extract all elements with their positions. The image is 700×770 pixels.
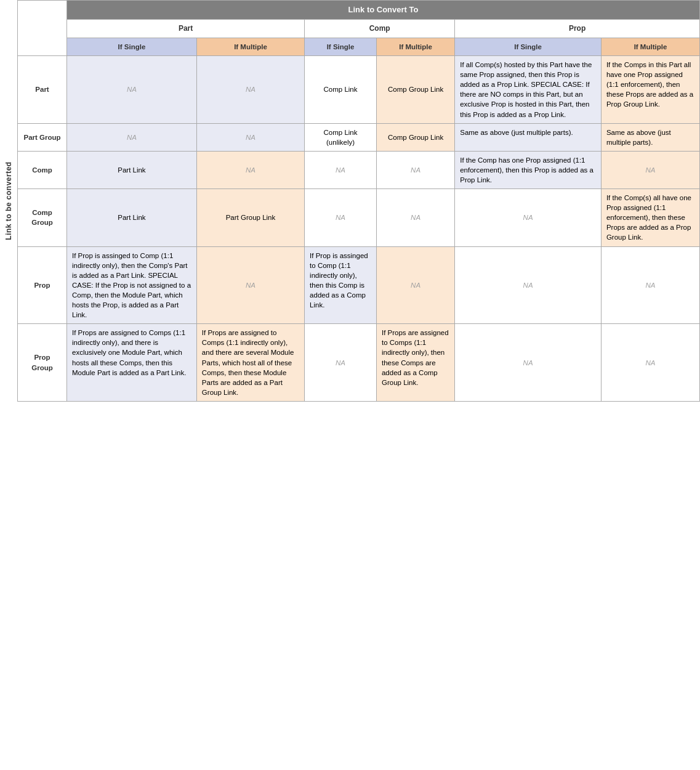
cell-prop-prop-multiple: NA	[601, 246, 699, 324]
cell-comp-part-multiple: NA	[196, 151, 304, 188]
cell-propgroup-comp-single: NA	[305, 324, 377, 402]
side-label: Link to be converted	[4, 161, 13, 240]
row-comp: Comp Part Link NA NA NA If the Comp has …	[18, 151, 700, 188]
cell-comp-part-single: Part Link	[67, 151, 197, 188]
cell-part-prop-single: If all Comp(s) hosted by this Part have …	[455, 56, 601, 124]
cell-partgroup-part-multiple: NA	[196, 123, 304, 151]
cell-compgroup-part-single: Part Link	[67, 189, 197, 246]
cell-partgroup-part-single: NA	[67, 123, 197, 151]
cell-compgroup-comp-single: NA	[305, 189, 377, 246]
main-table: Link to Convert To Part Comp Prop If Sin…	[17, 0, 700, 402]
cell-part-comp-multiple: Comp Group Link	[376, 56, 454, 124]
table-container: Link to Convert To Part Comp Prop If Sin…	[17, 0, 700, 402]
cell-propgroup-prop-multiple: NA	[601, 324, 699, 402]
col-comp-single: If Single	[305, 38, 377, 55]
col-comp-multiple: If Multiple	[376, 38, 454, 55]
cell-comp-prop-single: If the Comp has one Prop assigned (1:1 e…	[455, 151, 601, 188]
cell-compgroup-prop-single: NA	[455, 189, 601, 246]
cell-compgroup-comp-multiple: NA	[376, 189, 454, 246]
cell-part-prop-multiple: If the Comps in this Part all have one P…	[601, 56, 699, 124]
cell-comp-prop-multiple: NA	[601, 151, 699, 188]
row-label-part: Part	[18, 56, 67, 124]
corner-cell	[18, 1, 67, 56]
cell-partgroup-prop-multiple: Same as above (just multiple parts).	[601, 123, 699, 151]
row-label-comp-group: Comp Group	[18, 189, 67, 246]
row-prop: Prop If Prop is assinged to Comp (1:1 in…	[18, 246, 700, 324]
row-part-group: Part Group NA NA Comp Link (unlikely) Co…	[18, 123, 700, 151]
cell-comp-comp-multiple: NA	[376, 151, 454, 188]
cell-compgroup-part-multiple: Part Group Link	[196, 189, 304, 246]
cell-propgroup-comp-multiple: If Props are assigned to Comps (1:1 indi…	[376, 324, 454, 402]
col-part-multiple: If Multiple	[196, 38, 304, 55]
page-wrapper: Link to be converted Link to Convert To …	[0, 0, 700, 402]
cell-prop-part-multiple: NA	[196, 246, 304, 324]
cell-partgroup-comp-single: Comp Link (unlikely)	[305, 123, 377, 151]
cell-propgroup-prop-single: NA	[455, 324, 601, 402]
col-part-single: If Single	[67, 38, 197, 55]
row-comp-group: Comp Group Part Link Part Group Link NA …	[18, 189, 700, 246]
cell-prop-part-single: If Prop is assinged to Comp (1:1 indirec…	[67, 246, 197, 324]
cell-part-comp-single: Comp Link	[305, 56, 377, 124]
row-label-part-group: Part Group	[18, 123, 67, 151]
row-label-comp: Comp	[18, 151, 67, 188]
cell-prop-comp-multiple: NA	[376, 246, 454, 324]
cell-part-part-multiple: NA	[196, 56, 304, 124]
row-label-prop: Prop	[18, 246, 67, 324]
row-label-prop-group: Prop Group	[18, 324, 67, 402]
row-part: Part NA NA Comp Link Comp Group Link If …	[18, 56, 700, 124]
top-header: Link to Convert To	[67, 1, 700, 20]
cell-propgroup-part-multiple: If Props are assigned to Comps (1:1 indi…	[196, 324, 304, 402]
cell-part-part-single: NA	[67, 56, 197, 124]
cell-partgroup-prop-single: Same as above (just multiple parts).	[455, 123, 601, 151]
col-prop-multiple: If Multiple	[601, 38, 699, 55]
row-prop-group: Prop Group If Props are assigned to Comp…	[18, 324, 700, 402]
col-prop-single: If Single	[455, 38, 601, 55]
col-group-prop: Prop	[455, 20, 700, 38]
cell-prop-prop-single: NA	[455, 246, 601, 324]
side-label-wrapper: Link to be converted	[0, 0, 17, 402]
cell-compgroup-prop-multiple: If the Comp(s) all have one Prop assigne…	[601, 189, 699, 246]
cell-propgroup-part-single: If Props are assigned to Comps (1:1 indi…	[67, 324, 197, 402]
cell-comp-comp-single: NA	[305, 151, 377, 188]
col-group-comp: Comp	[305, 20, 455, 38]
col-group-part: Part	[67, 20, 305, 38]
cell-partgroup-comp-multiple: Comp Group Link	[376, 123, 454, 151]
cell-prop-comp-single: If Prop is assinged to Comp (1:1 indirec…	[305, 246, 377, 324]
